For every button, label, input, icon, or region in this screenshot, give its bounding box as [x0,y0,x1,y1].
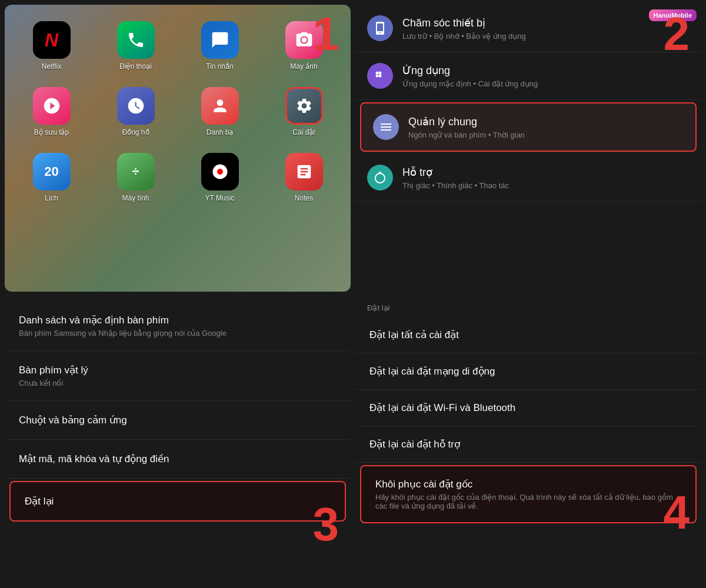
reset-network-title: Đặt lại cài đặt mạng di động [369,365,687,377]
reset-wifi-bluetooth[interactable]: Đặt lại cài đặt Wi-Fi và Bluetooth [355,390,701,426]
menu-physical-keyboard[interactable]: Bàn phím vật lý Chưa kết nối [5,351,351,401]
reset-title: Đặt lại [25,495,331,507]
settings-label: Cài đặt [292,128,315,136]
general-title: Quản lý chung [408,115,684,128]
notes-label: Notes [295,194,313,202]
device-care-title: Chăm sóc thiết bị [402,16,690,29]
phone-label: Điện thoại [119,62,152,71]
app-calendar[interactable]: 20 Lịch [14,153,89,202]
factory-reset-title: Khôi phục cài đặt gốc [375,478,681,490]
svg-point-3 [376,72,379,75]
netflix-label: Netflix [42,62,61,71]
physical-keyboard-title: Bàn phím vật lý [19,364,337,376]
quadrant-reset-options: 4 Đặt lại Đặt lại tất cả cài đặt Đặt lại… [355,296,701,583]
notes-icon [285,153,323,191]
device-care-subtitle: Lưu trữ • Bộ nhớ • Bảo vệ ứng dụng [402,32,690,41]
calc-label: Máy tính [122,194,149,202]
svg-point-0 [301,38,307,43]
quadrant-general-management: 3 Danh sách và mặc định bàn phím Bàn phí… [5,296,351,583]
general-icon [373,114,399,140]
app-gallery[interactable]: Bộ sưu tập [14,87,89,136]
step-label-4: 4 [664,489,690,536]
contacts-label: Danh bạ [207,128,234,136]
accessibility-subtitle: Thị giác • Thính giác • Thao tác [402,181,690,190]
reset-accessibility-settings[interactable]: Đặt lại cài đặt hỗ trợ [355,426,701,463]
keyboard-list-sub: Bàn phím Samsung và Nhập liệu bằng giọng… [19,329,337,338]
reset-wifi-title: Đặt lại cài đặt Wi-Fi và Bluetooth [369,402,687,414]
settings-app-icon [285,87,323,125]
quadrant-home-screen: 1 N Netflix Điện thoại Tin nhắn Máy ảnh [5,5,351,292]
factory-reset[interactable]: Khôi phục cài đặt gốc Hãy khôi phục cài … [360,465,697,523]
apps-icon [367,63,393,89]
reset-accessibility-title: Đặt lại cài đặt hỗ trợ [369,438,687,450]
netflix-icon: N [33,21,71,59]
password-autofill-title: Mật mã, mã khóa và tự động điền [19,453,337,465]
settings-general[interactable]: Quản lý chung Ngôn ngữ và bàn phím • Thờ… [360,102,697,152]
general-subtitle: Ngôn ngữ và bàn phím • Thời gian [408,131,684,139]
calc-icon: ÷ [117,153,155,191]
gallery-icon [33,87,71,125]
factory-reset-sub: Hãy khôi phục cài đặt gốc của điện thoại… [375,493,681,510]
device-care-icon [367,15,393,41]
app-clock[interactable]: Đồng hồ [98,87,173,136]
app-grid-row1: N Netflix Điện thoại Tin nhắn Máy ảnh [14,16,341,75]
apps-subtitle: Ứng dụng mặc định • Cài đặt ứng dụng [402,79,690,88]
app-netflix[interactable]: N Netflix [14,21,89,71]
calendar-icon: 20 [33,153,71,191]
gallery-label: Bộ sưu tập [34,128,69,136]
app-contacts[interactable]: Danh bạ [182,87,257,136]
accessibility-text: Hỗ trợ Thị giác • Thính giác • Thao tác [402,166,690,190]
app-calc[interactable]: ÷ Máy tính [98,153,173,202]
phone-icon [117,21,155,59]
reset-all-title: Đặt lại tất cả cài đặt [369,329,687,341]
general-text: Quản lý chung Ngôn ngữ và bàn phím • Thờ… [408,115,684,139]
camera-label: Máy ảnh [290,62,317,71]
menu-reset[interactable]: Đặt lại [9,481,346,522]
menu-keyboard-list[interactable]: Danh sách và mặc định bàn phím Bàn phím … [5,301,351,351]
svg-point-4 [379,72,382,75]
app-notes[interactable]: Notes [267,153,341,202]
reset-all-settings[interactable]: Đặt lại tất cả cài đặt [355,317,701,353]
app-settings[interactable]: Cài đặt [267,87,341,136]
apps-text: Ứng dụng Ứng dụng mặc định • Cài đặt ứng… [402,64,690,88]
step-label-2: 2 [664,11,690,58]
reset-network-settings[interactable]: Đặt lại cài đặt mạng di động [355,353,701,390]
ytmusic-label: YT Music [205,194,235,202]
keyboard-list-title: Danh sách và mặc định bàn phím [19,314,337,326]
accessibility-title: Hỗ trợ [402,166,690,179]
app-grid-row3: 20 Lịch ÷ Máy tính YT Music Notes [14,148,341,207]
mouse-touchpad-title: Chuột và bảng cảm ứng [19,414,337,426]
settings-apps[interactable]: Ứng dụng Ứng dụng mặc định • Cài đặt ứng… [355,52,701,100]
clock-label: Đồng hồ [122,128,149,136]
settings-device-care[interactable]: Chăm sóc thiết bị Lưu trữ • Bộ nhớ • Bảo… [355,5,701,52]
apps-title: Ứng dụng [402,64,690,77]
reset-section-header: Đặt lại [355,296,701,317]
menu-mouse-touchpad[interactable]: Chuột và bảng cảm ứng [5,401,351,440]
step-label-3: 3 [313,501,339,548]
app-grid-row2: Bộ sưu tập Đồng hồ Danh bạ Cài đặt [14,82,341,141]
app-phone[interactable]: Điện thoại [98,21,173,71]
step-label-1: 1 [313,11,339,58]
contacts-icon [201,87,239,125]
app-ytmusic[interactable]: YT Music [182,153,257,202]
messages-icon [201,21,239,59]
svg-point-5 [376,75,379,78]
menu-password-autofill[interactable]: Mật mã, mã khóa và tự động điền [5,440,351,479]
device-care-text: Chăm sóc thiết bị Lưu trữ • Bộ nhớ • Bảo… [402,16,690,41]
ytmusic-icon [201,153,239,191]
clock-icon [117,87,155,125]
settings-accessibility[interactable]: Hỗ trợ Thị giác • Thính giác • Thao tác [355,154,701,202]
app-messages[interactable]: Tin nhắn [182,21,257,71]
physical-keyboard-sub: Chưa kết nối [19,379,337,387]
calendar-label: Lịch [45,194,58,202]
messages-label: Tin nhắn [206,62,234,71]
svg-point-6 [379,75,382,78]
quadrant-settings-menu: 2 Chăm sóc thiết bị Lưu trữ • Bộ nhớ • B… [355,5,701,292]
accessibility-icon [367,165,393,191]
